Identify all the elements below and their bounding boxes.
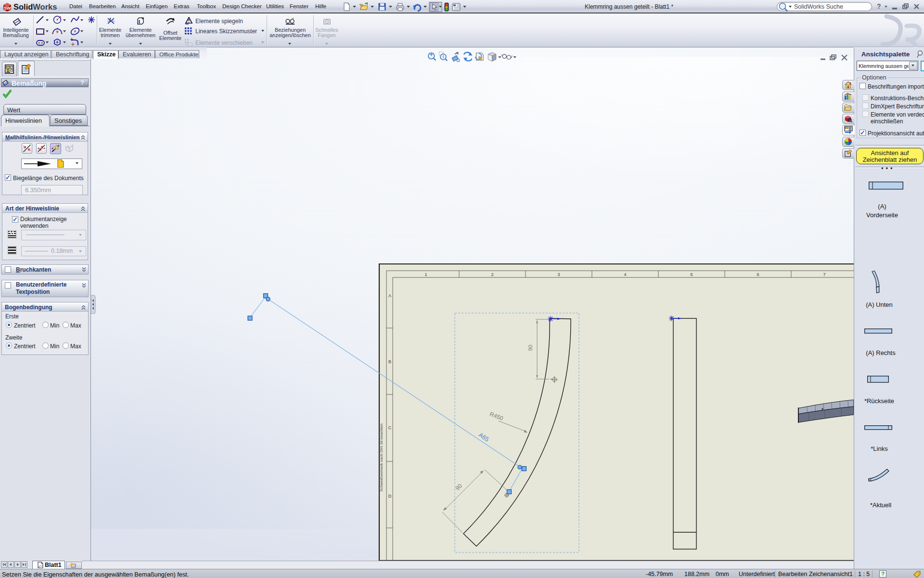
- svg-text:90: 90: [527, 345, 533, 351]
- svg-text:!: !: [443, 55, 444, 59]
- svg-text:C: C: [388, 425, 392, 430]
- svg-text:Schweißvermerk nach DIN 34 bea: Schweißvermerk nach DIN 34 beachten: [379, 423, 384, 491]
- svg-text:3: 3: [557, 272, 560, 277]
- svg-text:1: 1: [424, 272, 427, 277]
- svg-text:5: 5: [690, 272, 693, 277]
- svg-text:6: 6: [757, 272, 759, 277]
- svg-text:7: 7: [823, 272, 825, 277]
- svg-text:D: D: [388, 494, 392, 499]
- svg-text:2: 2: [491, 272, 493, 277]
- svg-text:A: A: [388, 293, 391, 298]
- svg-text:4: 4: [624, 272, 626, 277]
- svg-text:B: B: [388, 359, 391, 364]
